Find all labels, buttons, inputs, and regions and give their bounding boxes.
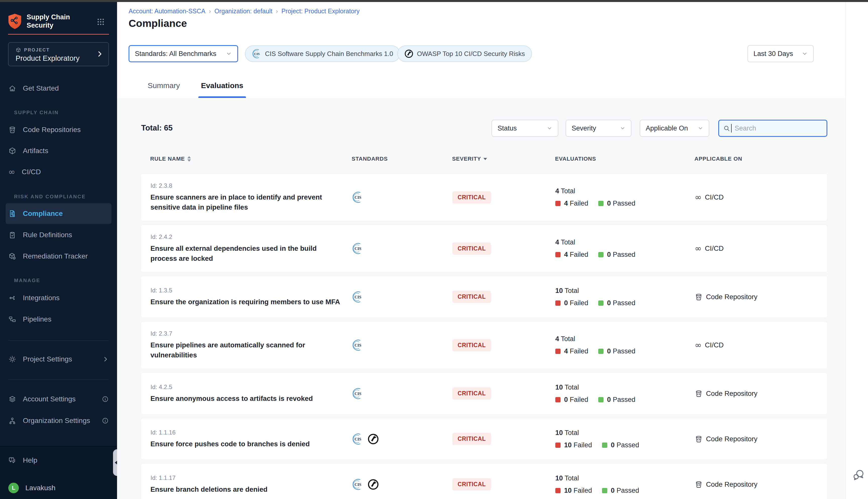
sidebar-item-get-started[interactable]: Get Started (8, 78, 109, 99)
app-logo-row[interactable]: Supply Chain Security (8, 13, 70, 29)
rule-row[interactable]: Id: 2.3.8 Ensure scanners are in place t… (141, 173, 828, 221)
sidebar-divider (8, 340, 109, 341)
cis-logo-icon (252, 49, 262, 59)
rule-name-cell: Id: 2.4.2 Ensure all external dependenci… (150, 233, 352, 264)
failed-count: 4 (564, 251, 568, 258)
passed-count: 0 (607, 299, 611, 307)
owasp-chip[interactable]: OWASP Top 10 CI/CD Security Risks (397, 46, 532, 62)
brand-divider (8, 34, 109, 35)
severity-badge: CRITICAL (452, 387, 491, 400)
breadcrumb-organization[interactable]: Organization: default (215, 8, 273, 15)
project-selector[interactable]: PROJECT Product Exploratory (8, 42, 109, 66)
sidebar-item-account-settings[interactable]: Account Settings (8, 389, 109, 410)
severity-badge: CRITICAL (452, 191, 491, 204)
compliance-doc-search-icon (8, 210, 16, 218)
sidebar-item-remediation-tracker[interactable]: Remediation Tracker (8, 246, 109, 267)
failed-label: Failed (574, 487, 592, 494)
standards-cell (352, 192, 452, 203)
severity-cell: CRITICAL (452, 387, 555, 400)
failed-indicator (555, 252, 560, 257)
passed-count: 0 (607, 348, 611, 355)
svg-text:?: ? (11, 458, 12, 461)
column-severity[interactable]: SEVERITY (452, 156, 555, 162)
total-label: Total (565, 287, 579, 294)
sidebar-item-compliance[interactable]: Compliance (5, 203, 111, 224)
tab-evaluations[interactable]: Evaluations (198, 79, 246, 98)
rule-row[interactable]: Id: 1.1.16 Ensure force pushes code to b… (141, 418, 828, 460)
sidebar-item-cicd[interactable]: ∞ CI/CD (8, 161, 109, 182)
passed-indicator (598, 397, 604, 402)
info-icon[interactable] (102, 417, 109, 424)
total-count: 10 (555, 287, 563, 294)
sidebar-item-project-settings[interactable]: Project Settings (8, 349, 109, 370)
table-header: RULE NAME STANDARDS SEVERITY EVALUATIONS… (141, 153, 828, 166)
rule-row[interactable]: Id: 1.1.17 Ensure branch deletions are d… (141, 463, 828, 499)
layers-icon (8, 395, 16, 403)
total-count: 10 (555, 429, 563, 437)
severity-cell: CRITICAL (452, 478, 555, 490)
standards-filter-dropdown[interactable]: Standards: All Benchmarks (129, 45, 238, 62)
support-chat-icon[interactable] (852, 468, 865, 482)
standards-cell (352, 433, 452, 445)
applicable-on-filter-dropdown[interactable]: Applicable On (640, 120, 709, 137)
total-count: Total: 65 (141, 123, 172, 133)
column-applicable-on: APPLICABLE ON (695, 156, 828, 162)
sidebar-item-rule-definitions[interactable]: Rule Definitions (8, 224, 109, 245)
severity-filter-dropdown[interactable]: Severity (566, 120, 631, 137)
passed-indicator (602, 488, 607, 493)
evaluations-cell: 4 Total 4 Failed 0 Passed (555, 335, 695, 355)
rule-name-cell: Id: 2.3.8 Ensure scanners are in place t… (150, 182, 352, 212)
failed-label: Failed (570, 348, 589, 355)
passed-label: Passed (617, 487, 639, 494)
applicable-on-label: CI/CD (705, 244, 724, 253)
owasp-logo (367, 433, 379, 445)
chevron-down-icon (698, 125, 703, 131)
breadcrumb: Account: Automation-SSCA › Organization:… (129, 8, 360, 15)
user-menu[interactable]: L Lavakush (8, 477, 109, 499)
cis-logo (352, 291, 363, 303)
column-rule-name[interactable]: RULE NAME (150, 156, 352, 162)
cicd-infinity-icon: ∞ (695, 343, 702, 348)
cis-benchmark-chip[interactable]: CIS Software Supply Chain Benchmarks 1.0 (245, 46, 400, 62)
standards-cell (352, 339, 452, 351)
rule-name-cell: Id: 1.3.5 Ensure the organization is req… (150, 287, 352, 307)
status-filter-dropdown[interactable]: Status (492, 120, 558, 137)
rule-row[interactable]: Id: 2.3.7 Ensure pipelines are automatic… (141, 321, 828, 369)
window-top-strip (0, 0, 868, 2)
cis-logo (352, 243, 363, 254)
rule-row[interactable]: Id: 4.2.5 Ensure anonymous access to art… (141, 373, 828, 414)
total-label: Total (561, 335, 575, 343)
sidebar-item-integrations[interactable]: Integrations (8, 288, 109, 308)
sidebar-item-code-repositories[interactable]: Code Repositories (8, 119, 109, 140)
sidebar-item-help[interactable]: ? Help (8, 450, 109, 471)
module-grid-menu-icon[interactable] (96, 17, 105, 26)
sidebar-item-pipelines[interactable]: Pipelines (8, 309, 109, 330)
applicable-on-label: CI/CD (705, 193, 724, 201)
passed-label: Passed (613, 348, 636, 355)
help-chat-icon: ? (8, 456, 16, 464)
sidebar-item-artifacts[interactable]: Artifacts (8, 140, 109, 161)
pipelines-icon (8, 315, 16, 323)
chevron-down-icon (226, 51, 232, 57)
failed-indicator (555, 442, 560, 448)
breadcrumb-account[interactable]: Account: Automation-SSCA (129, 8, 205, 15)
tab-summary[interactable]: Summary (145, 79, 182, 98)
severity-cell: CRITICAL (452, 191, 555, 204)
rule-row[interactable]: Id: 2.4.2 Ensure all external dependenci… (141, 224, 828, 272)
owasp-logo (367, 479, 379, 490)
code-repository-icon (695, 390, 703, 398)
standards-cell (352, 291, 452, 303)
info-icon[interactable] (102, 395, 109, 403)
search-input[interactable] (734, 124, 816, 133)
column-evaluations: EVALUATIONS (555, 156, 695, 162)
sidebar-item-organization-settings[interactable]: Organization Settings (8, 410, 109, 431)
date-range-dropdown[interactable]: Last 30 Days (747, 45, 814, 62)
rule-row[interactable]: Id: 1.3.5 Ensure the organization is req… (141, 276, 828, 318)
standards-cell (352, 243, 452, 254)
rule-name: Ensure pipelines are automatically scann… (150, 340, 343, 360)
search-box[interactable] (718, 120, 827, 137)
home-icon (8, 84, 16, 93)
sidebar: Supply Chain Security PROJECT Product Ex… (0, 2, 117, 499)
breadcrumb-project[interactable]: Project: Product Exploratory (281, 8, 359, 15)
breadcrumb-separator: › (276, 8, 278, 15)
